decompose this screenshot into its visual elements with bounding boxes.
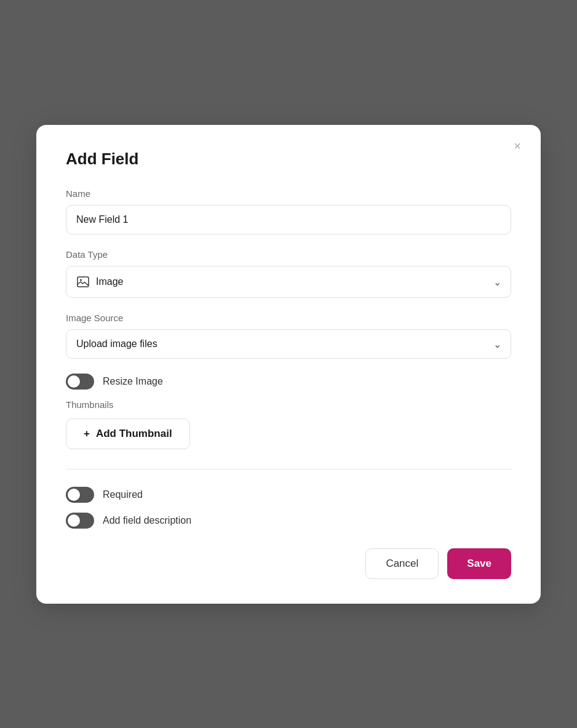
save-button[interactable]: Save — [447, 548, 511, 579]
cancel-button[interactable]: Cancel — [365, 548, 439, 579]
required-toggle-thumb — [68, 489, 80, 501]
add-field-modal: × Add Field Name Data Type Ima — [36, 125, 541, 604]
image-source-value: Upload image files — [76, 338, 157, 350]
image-source-select-wrapper: Upload image files ⌄ — [66, 329, 511, 359]
name-input[interactable] — [66, 205, 511, 234]
resize-image-label: Resize Image — [103, 376, 163, 387]
add-description-label: Add field description — [103, 515, 191, 526]
required-label: Required — [103, 489, 143, 500]
data-type-select-wrapper: Image ⌄ — [66, 266, 511, 298]
svg-point-1 — [80, 279, 82, 281]
resize-image-toggle[interactable] — [66, 374, 94, 390]
svg-rect-0 — [78, 277, 89, 287]
required-toggle[interactable] — [66, 487, 94, 503]
toggle-thumb — [68, 375, 80, 388]
description-toggle-thumb — [68, 514, 80, 527]
data-type-value: Image — [96, 276, 123, 287]
data-type-label: Data Type — [66, 249, 511, 260]
required-toggle-row: Required — [66, 487, 511, 503]
add-description-toggle[interactable] — [66, 513, 94, 529]
thumbnails-label: Thumbnails — [66, 399, 511, 410]
image-source-label: Image Source — [66, 313, 511, 323]
modal-overlay: × Add Field Name Data Type Ima — [0, 0, 577, 728]
data-type-field-group: Data Type Image ⌄ — [66, 249, 511, 298]
modal-title: Add Field — [66, 150, 511, 169]
required-toggle-track — [66, 487, 94, 503]
resize-image-toggle-row: Resize Image — [66, 374, 511, 390]
description-toggle-track — [66, 513, 94, 529]
image-source-select[interactable]: Upload image files ⌄ — [66, 329, 511, 359]
thumbnails-group: Thumbnails + Add Thumbnail — [66, 399, 511, 449]
toggle-track — [66, 374, 94, 390]
chevron-down-icon-2: ⌄ — [493, 338, 501, 350]
name-field-group: Name — [66, 188, 511, 234]
add-thumbnail-button[interactable]: + Add Thumbnail — [66, 418, 190, 449]
close-button[interactable]: × — [509, 137, 526, 154]
name-label: Name — [66, 188, 511, 199]
image-icon — [76, 275, 90, 289]
data-type-select[interactable]: Image ⌄ — [66, 266, 511, 298]
divider — [66, 469, 511, 470]
footer-actions: Cancel Save — [66, 548, 511, 579]
image-source-field-group: Image Source Upload image files ⌄ — [66, 313, 511, 359]
chevron-down-icon: ⌄ — [493, 276, 501, 287]
add-thumbnail-label: Add Thumbnail — [96, 428, 172, 440]
plus-icon: + — [84, 428, 90, 440]
add-description-toggle-row: Add field description — [66, 513, 511, 529]
